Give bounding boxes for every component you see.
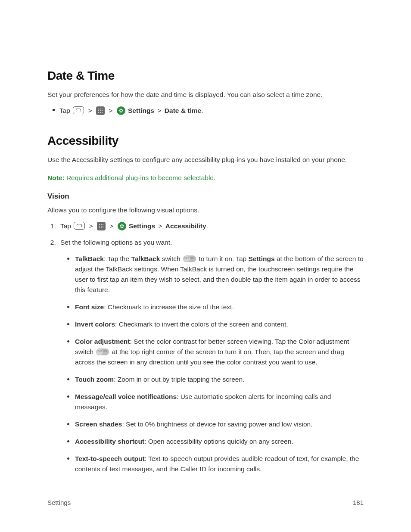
option-label: Color adjustment <box>75 338 130 345</box>
note-text: Requires additional plug-ins to become s… <box>65 174 216 181</box>
separator: > <box>157 107 161 114</box>
separator: > <box>89 222 93 230</box>
option-label: Accessibility shortcut <box>75 438 144 445</box>
settings-gear-icon <box>117 106 125 115</box>
option-coloradj: Color adjustment: Set the color contrast… <box>75 336 364 367</box>
separator: > <box>109 222 113 230</box>
footer-section: Settings <box>47 499 71 506</box>
note-label: Note: <box>47 174 65 181</box>
vision-steps: Tap > > Settings > Accessibility. Set th… <box>47 221 364 474</box>
intro-date-time: Set your preferences for how the date an… <box>47 90 364 100</box>
option-tts: Text-to-speech output: Text-to-speech ou… <box>75 454 364 474</box>
document-page: Date & Time Set your preferences for how… <box>0 0 411 532</box>
toggle-switch-icon <box>96 348 109 355</box>
heading-date-time: Date & Time <box>47 69 364 83</box>
separator: > <box>88 107 92 114</box>
page-footer: Settings 181 <box>47 499 364 506</box>
nav-steps-date-time: Tap > > Settings > Date & time. <box>47 106 364 116</box>
tap-label: Tap <box>59 107 70 114</box>
option-label: Screen shades <box>75 420 122 428</box>
option-label: Text-to-speech output <box>75 455 145 462</box>
subheading-vision: Vision <box>47 192 364 201</box>
intro-accessibility: Use the Accessibility settings to config… <box>47 155 364 165</box>
vision-step-1: Tap > > Settings > Accessibility. <box>58 221 364 231</box>
separator: > <box>158 222 162 230</box>
home-icon <box>74 222 85 230</box>
option-talkback: TalkBack: Tap the TalkBack switch to tur… <box>75 254 364 295</box>
tap-label: Tap <box>60 222 71 230</box>
option-label: Message/call voice notifications <box>75 393 177 400</box>
option-touchzoom: Touch zoom: Zoom in or out by triple tap… <box>75 374 364 385</box>
home-icon <box>73 106 84 114</box>
option-label: Invert colors <box>75 320 115 328</box>
option-fontsize: Font size: Checkmark to increase the siz… <box>75 302 364 312</box>
target-label: Accessibility <box>165 222 206 230</box>
nav-step: Tap > > Settings > Date & time. <box>59 106 364 116</box>
vision-intro: Allows you to configure the following vi… <box>47 205 364 215</box>
separator: > <box>109 107 112 114</box>
apps-icon <box>97 222 106 230</box>
option-msgcall: Message/call voice notifications: Use au… <box>75 392 364 412</box>
option-invert: Invert colors: Checkmark to invert the c… <box>75 319 364 330</box>
option-shortcut: Accessibility shortcut: Open accessibili… <box>75 436 364 447</box>
period: . <box>206 222 208 230</box>
target-label: Date & time <box>165 107 201 114</box>
settings-gear-icon <box>118 222 126 230</box>
heading-accessibility: Accessibility <box>47 134 364 148</box>
vision-step-2: Set the following options as you want. T… <box>58 237 364 474</box>
settings-label: Settings <box>128 107 154 114</box>
footer-page-number: 181 <box>353 499 364 506</box>
option-label: Font size <box>75 303 104 311</box>
option-label: Touch zoom <box>75 376 114 383</box>
step2-intro: Set the following options as you want. <box>60 239 172 246</box>
option-label: TalkBack <box>75 255 104 262</box>
settings-label: Settings <box>129 222 155 230</box>
vision-options: TalkBack: Tap the TalkBack switch to tur… <box>60 254 364 474</box>
period: . <box>201 107 203 114</box>
toggle-switch-icon <box>183 255 196 262</box>
apps-icon <box>96 106 105 115</box>
option-shades: Screen shades: Set to 0% brightness of d… <box>75 419 364 429</box>
note-line: Note: Requires additional plug-ins to be… <box>47 173 364 183</box>
